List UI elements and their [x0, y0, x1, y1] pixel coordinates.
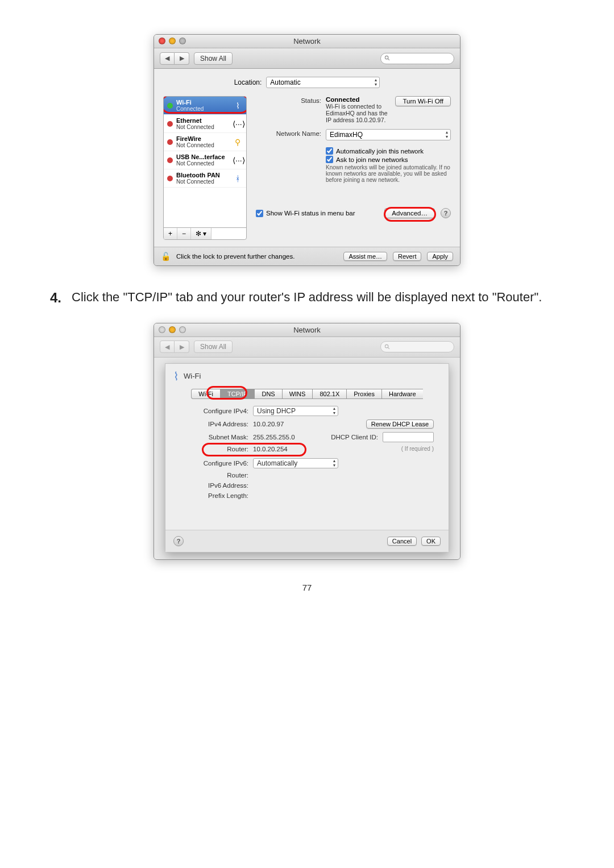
firewire-icon: ⚲ [233, 138, 243, 147]
close-icon[interactable] [159, 38, 165, 44]
network-window: Network ◀ ▶ Show All Location: Automatic… [154, 34, 460, 266]
tab-dns[interactable]: DNS [254, 389, 281, 399]
ipv4-address-label: IPv4 Address: [180, 421, 248, 427]
advanced-button[interactable]: Advanced… [384, 208, 435, 218]
svg-point-2 [385, 344, 388, 348]
status-detail: Wi-Fi is connected to EdimaxHQ and has t… [326, 103, 389, 123]
interface-item-ethernet[interactable]: Ethernet Not Connected ⟨···⟩ [164, 115, 246, 133]
titlebar: Network [154, 35, 460, 48]
apply-button[interactable]: Apply [427, 252, 453, 261]
ethernet-icon: ⟨···⟩ [233, 156, 243, 165]
tab-8021x[interactable]: 802.1X [312, 389, 346, 399]
configure-ipv6-label: Configure IPv6: [180, 460, 248, 467]
interface-item-wifi[interactable]: Wi-Fi Connected ⌇ [164, 97, 246, 115]
forward-button[interactable]: ▶ [175, 52, 189, 65]
titlebar: Network [154, 323, 460, 337]
footer: 🔓 Click the lock to prevent further chan… [154, 247, 460, 265]
revert-button[interactable]: Revert [393, 252, 421, 261]
ok-button[interactable]: OK [421, 537, 441, 546]
minimize-icon[interactable] [169, 38, 176, 44]
search-icon [384, 344, 391, 350]
chevron-updown-icon: ▴▾ [333, 406, 335, 416]
sheet-title: Wi-Fi [184, 372, 201, 380]
cancel-button[interactable]: Cancel [387, 537, 417, 546]
auto-join-checkbox[interactable]: Automatically join this network [326, 147, 451, 155]
tab-wins[interactable]: WINS [282, 389, 313, 399]
renew-dhcp-lease-button[interactable]: Renew DHCP Lease [366, 420, 434, 429]
instruction-step: 4. Click the "TCP/IP" tab and your route… [45, 289, 569, 306]
remove-interface-button[interactable]: − [177, 228, 191, 239]
add-interface-button[interactable]: + [164, 228, 177, 239]
chevron-updown-icon: ▴▾ [446, 130, 448, 139]
wifi-icon: ⌇ [173, 369, 179, 383]
configure-ipv4-select[interactable]: Using DHCP ▴▾ [253, 406, 338, 416]
minimize-icon[interactable] [169, 326, 176, 333]
location-label: Location: [234, 78, 262, 86]
interface-list: Wi-Fi Connected ⌇ Ethernet Not Connected… [163, 96, 247, 240]
router-label: Router: [180, 446, 248, 452]
forward-button: ▶ [175, 340, 189, 353]
assist-me-button[interactable]: Assist me… [343, 252, 387, 261]
page-number: 77 [45, 583, 569, 592]
zoom-icon[interactable] [179, 38, 186, 44]
search-icon [384, 55, 391, 61]
network-name-label: Network Name: [256, 129, 321, 137]
status-dot-icon [167, 121, 173, 127]
close-icon[interactable] [159, 326, 165, 333]
status-dot-icon [167, 157, 173, 163]
svg-line-1 [388, 59, 389, 60]
router6-label: Router: [180, 472, 248, 479]
interface-item-bluetooth[interactable]: Bluetooth PAN Not Connected ᚼ [164, 169, 246, 188]
tab-wifi[interactable]: Wi-Fi [191, 389, 220, 399]
interface-item-usb[interactable]: USB Ne...terface Not Connected ⟨···⟩ [164, 151, 246, 169]
prefix-length-label: Prefix Length: [180, 492, 248, 499]
configure-ipv6-select[interactable]: Automatically ▴▾ [253, 458, 338, 468]
network-advanced-window: Network ◀ ▶ Show All ⌇ Wi-Fi Wi-Fi TCP/I… [154, 323, 460, 560]
window-title: Network [154, 37, 460, 45]
turn-wifi-off-button[interactable]: Turn Wi-Fi Off [395, 96, 451, 106]
ask-join-note: Known networks will be joined automatica… [326, 164, 451, 183]
gear-menu-button[interactable]: ✻ ▾ [191, 228, 211, 239]
subnet-mask-label: Subnet Mask: [180, 434, 248, 441]
status-dot-icon [167, 103, 173, 109]
wifi-icon: ⌇ [233, 101, 243, 110]
location-select[interactable]: Automatic ▴▾ [266, 77, 380, 88]
network-name-select[interactable]: EdimaxHQ ▴▾ [326, 129, 451, 140]
tab-tcpip[interactable]: TCP/IP [220, 389, 254, 399]
svg-point-0 [385, 56, 388, 59]
tab-proxies[interactable]: Proxies [346, 389, 381, 399]
interface-item-firewire[interactable]: FireWire Not Connected ⚲ [164, 133, 246, 151]
chevron-updown-icon: ▴▾ [375, 78, 377, 87]
zoom-icon[interactable] [179, 326, 186, 333]
step-number: 4. [50, 289, 61, 307]
status-value: Connected [326, 96, 359, 103]
ipv4-address-value: 10.0.20.97 [253, 421, 284, 427]
show-all-button: Show All [194, 340, 233, 353]
back-button[interactable]: ◀ [160, 52, 175, 65]
chevron-updown-icon: ▴▾ [333, 459, 335, 468]
tab-bar: Wi-Fi TCP/IP DNS WINS 802.1X Proxies Har… [165, 389, 449, 399]
search-input [380, 341, 454, 352]
ask-join-checkbox[interactable]: Ask to join new networks [326, 156, 451, 163]
ipv6-address-label: IPv6 Address: [180, 482, 248, 489]
bluetooth-icon: ᚼ [233, 174, 243, 183]
toolbar: ◀ ▶ Show All [154, 48, 460, 69]
status-dot-icon [167, 176, 173, 181]
help-button[interactable]: ? [441, 208, 451, 218]
show-all-button[interactable]: Show All [194, 52, 233, 65]
help-button[interactable]: ? [173, 536, 184, 546]
dhcp-client-id-label: DHCP Client ID: [331, 434, 378, 441]
window-title: Network [154, 326, 460, 334]
ethernet-icon: ⟨···⟩ [233, 119, 243, 128]
tab-hardware[interactable]: Hardware [381, 389, 423, 399]
show-status-checkbox[interactable]: Show Wi-Fi status in menu bar [256, 210, 355, 217]
lock-text: Click the lock to prevent further change… [176, 253, 294, 260]
dhcp-client-id-input[interactable] [383, 432, 434, 442]
if-required-note: ( If required ) [401, 446, 434, 452]
advanced-sheet: ⌇ Wi-Fi Wi-Fi TCP/IP DNS WINS 802.1X Pro… [165, 363, 449, 553]
lock-icon[interactable]: 🔓 [161, 252, 171, 261]
step-text: Click the "TCP/IP" tab and your router's… [72, 290, 542, 304]
router-value: 10.0.20.254 [253, 446, 288, 452]
back-button: ◀ [160, 340, 175, 353]
search-input[interactable] [380, 53, 454, 64]
